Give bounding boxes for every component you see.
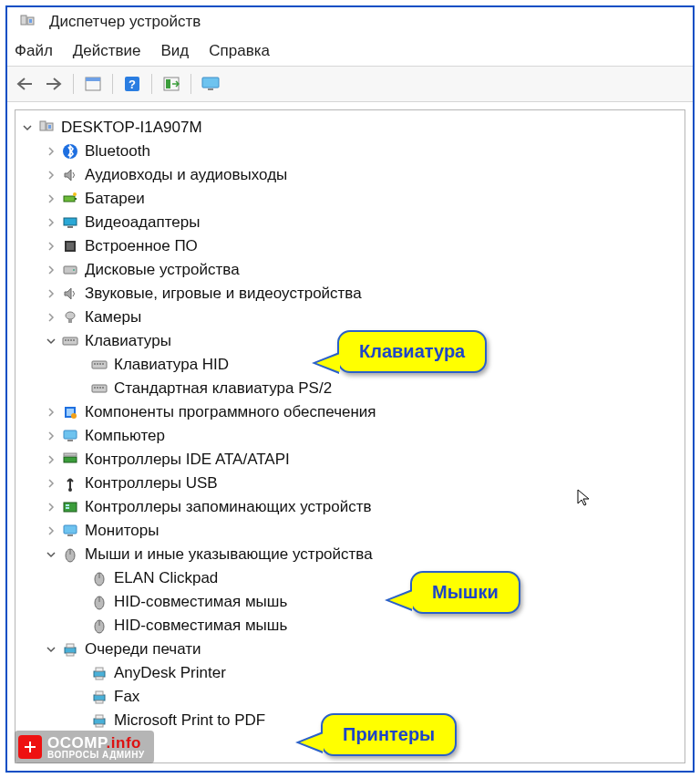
svg-rect-19 — [67, 226, 73, 228]
svg-point-48 — [68, 488, 72, 492]
tree-node[interactable]: Видеоадаптеры — [15, 211, 685, 234]
expand-arrow-icon[interactable] — [45, 477, 57, 490]
node-label: Камеры — [85, 306, 141, 329]
mouse-icon — [90, 593, 108, 611]
expand-arrow-icon[interactable] — [45, 311, 57, 324]
node-label: Видеоадаптеры — [85, 211, 200, 234]
node-label: Мониторы — [85, 519, 159, 543]
svg-rect-0 — [21, 16, 26, 25]
expand-arrow-icon[interactable] — [45, 240, 57, 253]
expand-arrow-icon[interactable] — [45, 524, 57, 537]
svg-rect-47 — [64, 453, 77, 456]
node-label: Дисковые устройства — [85, 258, 240, 282]
tree-node[interactable]: Bluetooth — [15, 140, 685, 163]
menu-view[interactable]: Вид — [161, 42, 190, 60]
svg-rect-39 — [99, 387, 101, 389]
expand-arrow-icon[interactable] — [45, 169, 57, 182]
svg-rect-29 — [70, 339, 72, 341]
expand-arrow-icon[interactable] — [45, 335, 57, 348]
audio-icon — [61, 166, 79, 184]
monitor-button[interactable] — [199, 72, 222, 96]
printer-icon — [90, 688, 108, 706]
tree-node[interactable]: Компоненты программного обеспечения — [15, 400, 685, 424]
node-label: Клавиатуры — [85, 329, 171, 353]
svg-rect-9 — [202, 78, 219, 88]
tree-node[interactable]: Дисковые устройства — [15, 258, 685, 282]
menu-action[interactable]: Действие — [73, 42, 141, 60]
svg-rect-72 — [96, 715, 103, 719]
expand-arrow-icon[interactable] — [45, 643, 57, 656]
tree-node[interactable]: ELAN Clickpad — [15, 566, 685, 590]
expand-arrow-icon[interactable] — [45, 453, 57, 466]
svg-rect-52 — [64, 525, 77, 534]
svg-rect-34 — [99, 363, 101, 365]
tree-node[interactable]: Мыши и иные указывающие устройства — [15, 543, 685, 566]
action-button[interactable] — [160, 72, 183, 96]
expand-arrow-icon[interactable] — [45, 145, 57, 158]
disk-icon — [61, 261, 79, 279]
node-label: Стандартная клавиатура PS/2 — [114, 377, 332, 400]
expand-arrow-icon[interactable] — [45, 406, 57, 419]
device-tree[interactable]: DESKTOP-I1A907MBluetoothАудиовходы и ауд… — [15, 109, 685, 763]
tree-node[interactable]: Встроенное ПО — [15, 234, 685, 258]
printer-icon — [61, 640, 79, 659]
tree-node[interactable]: Мониторы — [15, 519, 685, 543]
toolbar-separator — [112, 74, 113, 94]
svg-rect-33 — [97, 363, 98, 365]
node-label: Контроллеры USB — [85, 472, 218, 495]
svg-rect-40 — [102, 387, 104, 389]
svg-rect-21 — [67, 243, 74, 250]
svg-rect-4 — [86, 78, 100, 81]
window-frame: Диспетчер устройств Файл Действие Вид Сп… — [5, 5, 695, 773]
tree-node[interactable]: Стандартная клавиатура PS/2 — [15, 377, 685, 400]
tree-node[interactable]: HID-совместимая мышь — [15, 590, 685, 614]
printer-icon — [90, 664, 108, 682]
expand-arrow-icon[interactable] — [45, 216, 57, 229]
monitor-icon — [61, 522, 79, 540]
help-button[interactable]: ? — [120, 72, 144, 96]
forward-button[interactable] — [42, 72, 66, 96]
scan-button[interactable] — [81, 72, 105, 96]
display-adapter-icon — [61, 213, 79, 232]
svg-point-43 — [71, 413, 77, 419]
expand-arrow-icon[interactable] — [45, 501, 57, 513]
tree-node[interactable]: Fax — [15, 685, 685, 709]
svg-rect-64 — [67, 653, 74, 656]
callout-printers: Принтеры — [321, 713, 457, 756]
tree-node[interactable]: Камеры — [15, 306, 685, 329]
svg-rect-70 — [96, 700, 103, 703]
tree-root[interactable]: DESKTOP-I1A907M — [15, 116, 685, 140]
tree-node[interactable]: Звуковые, игровые и видеоустройства — [15, 282, 685, 306]
expand-arrow-icon[interactable] — [45, 430, 57, 442]
svg-rect-32 — [94, 363, 96, 365]
menu-help[interactable]: Справка — [209, 42, 270, 60]
svg-rect-45 — [67, 440, 73, 441]
expand-arrow-icon[interactable] — [45, 287, 57, 300]
node-label: Fax — [114, 685, 139, 709]
tree-node[interactable]: HID-совместимая мышь — [15, 614, 685, 638]
tree-node[interactable]: Контроллеры IDE ATA/ATAPI — [15, 448, 685, 472]
expand-arrow-icon[interactable] — [45, 192, 57, 205]
svg-rect-15 — [64, 196, 75, 202]
cursor-icon — [577, 489, 592, 507]
expand-arrow-icon[interactable] — [45, 548, 57, 561]
tree-node[interactable]: AnyDesk Printer — [15, 661, 685, 685]
tree-node[interactable]: Очереди печати — [15, 638, 685, 661]
node-label: Компьютер — [85, 424, 165, 448]
toolbar: ? — [7, 66, 693, 102]
svg-rect-16 — [75, 198, 77, 200]
tree-node[interactable]: Аудиовходы и аудиовыходы — [15, 163, 685, 187]
titlebar: Диспетчер устройств — [7, 7, 693, 35]
expand-arrow-icon[interactable] — [21, 121, 34, 134]
svg-rect-30 — [73, 339, 75, 341]
menu-file[interactable]: Файл — [15, 42, 53, 60]
tree-node[interactable]: Батареи — [15, 187, 685, 211]
expand-arrow-icon[interactable] — [45, 264, 57, 276]
tree-node[interactable]: Компьютер — [15, 424, 685, 448]
svg-rect-18 — [64, 218, 77, 225]
toolbar-separator — [73, 74, 74, 94]
audio-icon — [61, 285, 79, 303]
bluetooth-icon — [61, 142, 79, 161]
svg-rect-66 — [96, 668, 103, 671]
back-button[interactable] — [13, 72, 36, 96]
